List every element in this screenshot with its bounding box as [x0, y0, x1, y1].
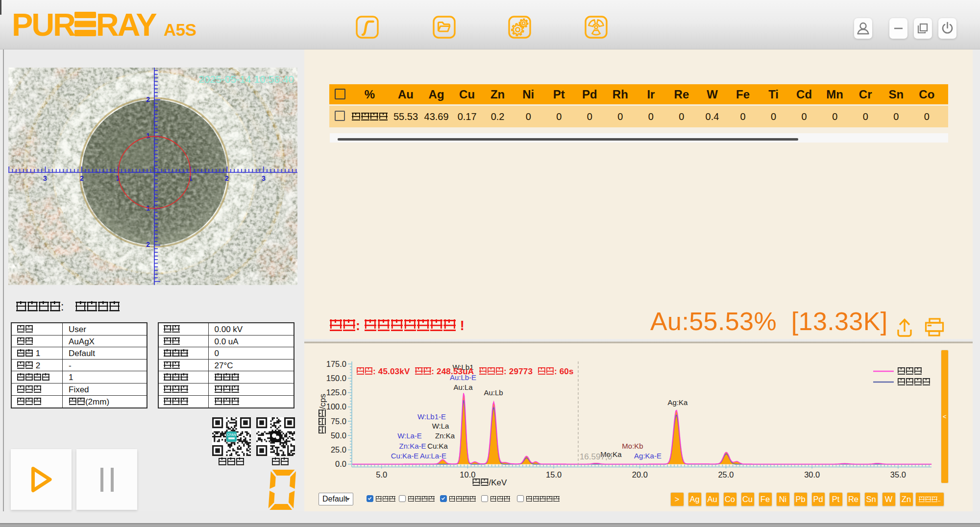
svg-text:2025-05-14 10:56:40: 2025-05-14 10:56:40	[198, 73, 294, 85]
svg-text:15.0: 15.0	[546, 470, 562, 479]
svg-text:0.0: 0.0	[335, 459, 346, 468]
svg-text:1: 1	[146, 132, 150, 140]
svg-text:35.0: 35.0	[890, 470, 906, 479]
svg-text:100.0: 100.0	[326, 402, 346, 411]
svg-text:175.0: 175.0	[326, 359, 346, 368]
svg-text:3: 3	[262, 174, 266, 182]
svg-text:150.0: 150.0	[326, 374, 346, 383]
svg-text:5.0: 5.0	[376, 470, 387, 479]
svg-text:75.0: 75.0	[331, 417, 346, 426]
svg-text:125.0: 125.0	[326, 388, 346, 397]
svg-text:2: 2	[80, 174, 84, 182]
svg-text:30.0: 30.0	[804, 470, 820, 479]
svg-text:20.0: 20.0	[632, 470, 648, 479]
svg-text:2: 2	[146, 240, 150, 248]
svg-text:2: 2	[225, 174, 229, 182]
svg-text:25.0: 25.0	[718, 470, 734, 479]
svg-text:2: 2	[146, 96, 150, 103]
svg-text:CFAN: CFAN	[227, 433, 236, 436]
svg-text:50.0: 50.0	[331, 431, 346, 440]
svg-text:25.0: 25.0	[331, 445, 346, 454]
svg-text:3: 3	[43, 174, 47, 182]
